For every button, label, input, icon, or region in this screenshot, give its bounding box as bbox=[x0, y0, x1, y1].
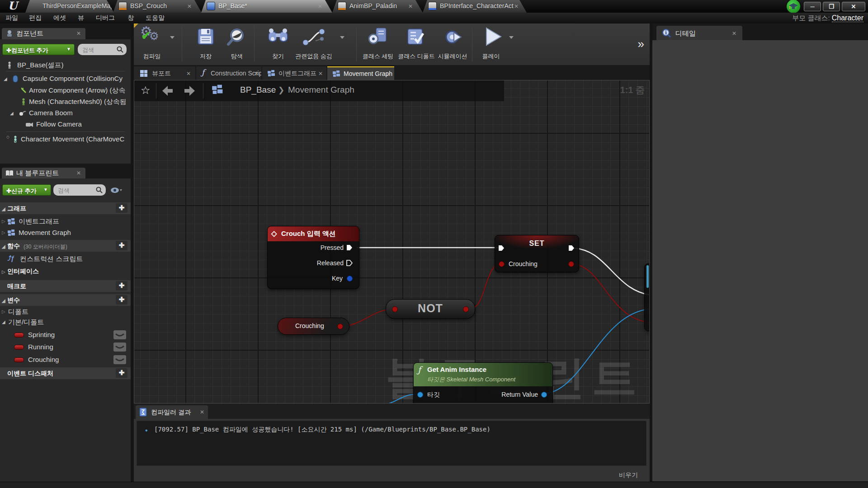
close-tab-icon[interactable]: ✕ bbox=[318, 4, 322, 9]
graph-canvas[interactable]: 블루프린트 ◇ Crouch 입력 액션 Pressed Released bbox=[134, 80, 650, 404]
component-row-capsule[interactable]: ◢ Capsule Component (CollisionCy bbox=[0, 73, 131, 84]
row-base-default-category[interactable]: ◢ 기본/디폴트 bbox=[0, 317, 131, 327]
close-tab-icon[interactable]: ✕ bbox=[186, 71, 191, 76]
tab-event-graph[interactable]: 이벤트그래프 ✕ bbox=[262, 66, 326, 80]
component-row-arrow[interactable]: Arrow Component (Arrow) (상속 bbox=[0, 85, 131, 96]
bool-pin[interactable] bbox=[499, 261, 505, 267]
close-tab-icon[interactable]: ✕ bbox=[408, 4, 413, 9]
menu-debug[interactable]: 디버그 bbox=[96, 14, 115, 22]
component-row-follow-camera[interactable]: Follow Camera bbox=[0, 119, 131, 130]
app-tab-bsp-crouch[interactable]: BSP_Crouch ✕ bbox=[113, 0, 202, 13]
compile-button[interactable]: ⚙ ⚙ ✔ bbox=[140, 26, 164, 46]
component-row-char-movement[interactable]: ◇ Character Movement (CharMoveC bbox=[0, 134, 131, 145]
clear-log-button[interactable]: 비우기 bbox=[619, 471, 638, 479]
node-clipped-edge[interactable] bbox=[644, 263, 650, 331]
panel-splitter[interactable] bbox=[131, 23, 134, 488]
row-event-graph[interactable]: ▷ 이벤트그래프 bbox=[0, 216, 131, 227]
add-function-button[interactable]: ✚ bbox=[116, 241, 127, 250]
eye-closed-icon[interactable] bbox=[113, 343, 126, 352]
tab-movement-graph[interactable]: Movement Graph ✕ bbox=[327, 66, 394, 80]
exec-pin[interactable] bbox=[346, 260, 353, 266]
tab-compiler-results[interactable]: 컴파일러 결과 ✕ bbox=[136, 405, 208, 419]
app-tab-bp-base[interactable]: BP_Base* ✕ bbox=[201, 0, 332, 13]
close-tab-icon[interactable]: ✕ bbox=[76, 31, 81, 36]
bool-pin[interactable] bbox=[392, 306, 398, 312]
back-arrow-icon[interactable] bbox=[162, 86, 174, 96]
restore-button[interactable]: ❐ bbox=[823, 2, 840, 11]
row-variable-running[interactable]: Running bbox=[0, 341, 131, 353]
section-functions[interactable]: ◢ 함수 (30 오버라이더블) ✚ bbox=[0, 240, 131, 252]
app-tab-level[interactable]: ThirdPersonExampleMap bbox=[25, 0, 114, 13]
hide-unrelated-dropdown[interactable] bbox=[340, 36, 344, 39]
node-set-crouching[interactable]: SET Crouching bbox=[495, 235, 579, 272]
app-tab-bpinterface[interactable]: BPInterface_CharacterAct ✕ bbox=[423, 0, 527, 13]
close-tab-icon[interactable]: ✕ bbox=[514, 4, 519, 9]
add-macro-button[interactable]: ✚ bbox=[116, 281, 127, 291]
tab-construction-script[interactable]: ƒ Construction Scrip ✕ bbox=[196, 66, 261, 80]
play-options-dropdown[interactable] bbox=[509, 36, 514, 39]
section-graphs[interactable]: ◢ 그래프 ✚ bbox=[0, 202, 131, 214]
section-variables[interactable]: ◢ 변수 ✚ bbox=[0, 294, 131, 306]
add-new-button[interactable]: ✚신규 추가 ▼ bbox=[2, 184, 51, 196]
myblueprint-search-input[interactable]: 검색 bbox=[53, 184, 106, 196]
add-variable-button[interactable]: ✚ bbox=[116, 295, 127, 305]
expander-icon[interactable]: ◢ bbox=[10, 111, 14, 116]
component-row-self[interactable]: BP_Base(셀프) bbox=[0, 60, 131, 71]
tab-components[interactable]: 컴포넌트 ✕ bbox=[2, 28, 85, 39]
node-get-crouching[interactable]: Crouching bbox=[278, 318, 349, 335]
parent-class-link[interactable]: Character bbox=[832, 14, 863, 22]
visibility-filter-icon[interactable] bbox=[110, 187, 122, 194]
tab-my-blueprint[interactable]: 내 블루프린트 ✕ bbox=[2, 168, 85, 178]
class-defaults-button[interactable] bbox=[405, 27, 426, 49]
close-tab-icon[interactable]: ✕ bbox=[732, 31, 736, 36]
row-movement-graph[interactable]: ▷ Movement Graph bbox=[0, 227, 131, 239]
browse-button[interactable] bbox=[227, 27, 247, 49]
tab-details[interactable]: i 디테일 ✕ bbox=[656, 26, 742, 40]
add-dispatcher-button[interactable]: ✚ bbox=[116, 368, 127, 378]
node-crouch-input-action[interactable]: ◇ Crouch 입력 액션 Pressed Released Key bbox=[267, 226, 359, 289]
row-default-category[interactable]: ▷ 디폴트 bbox=[0, 307, 131, 317]
close-tab-icon[interactable]: ✕ bbox=[386, 71, 391, 77]
close-tab-icon[interactable]: ✕ bbox=[318, 71, 323, 76]
class-settings-button[interactable] bbox=[367, 27, 388, 49]
close-tab-icon[interactable]: ✕ bbox=[187, 4, 192, 9]
section-macro[interactable]: 매크로 ✚ bbox=[0, 280, 131, 292]
close-tab-icon[interactable]: ✕ bbox=[76, 170, 81, 176]
section-interface[interactable]: ▷ 인터페이스 bbox=[0, 266, 131, 277]
component-row-camera-boom[interactable]: ◢ Camera Boom bbox=[0, 108, 131, 119]
object-pin[interactable] bbox=[417, 392, 423, 398]
exec-pin[interactable] bbox=[498, 245, 505, 251]
key-pin[interactable] bbox=[347, 276, 353, 282]
menu-view[interactable]: 뷰 bbox=[78, 14, 84, 22]
tab-viewport[interactable]: 뷰포트 ✕ bbox=[134, 66, 195, 80]
bookmark-star-icon[interactable]: ☆ bbox=[141, 84, 151, 97]
app-tab-animbp[interactable]: AnimBP_Paladin ✕ bbox=[332, 0, 423, 13]
menu-asset[interactable]: 에셋 bbox=[53, 14, 66, 22]
row-construction-script[interactable]: ⤴ƒ 컨스트럭션 스크립트 bbox=[0, 253, 131, 265]
row-variable-crouching[interactable]: Crouching bbox=[0, 354, 131, 366]
find-button[interactable] bbox=[268, 27, 288, 48]
menu-window[interactable]: 창 bbox=[127, 14, 134, 22]
forward-arrow-icon[interactable] bbox=[183, 86, 195, 96]
tutorial-icon[interactable] bbox=[786, 0, 801, 14]
save-button[interactable] bbox=[196, 27, 215, 48]
bool-pin[interactable] bbox=[337, 324, 343, 329]
components-search-input[interactable]: 검색 bbox=[78, 44, 127, 55]
expander-icon[interactable]: ◢ bbox=[4, 76, 7, 81]
breadcrumb-root[interactable]: BP_Base bbox=[240, 85, 276, 95]
bool-pin[interactable] bbox=[463, 306, 469, 312]
close-tab-icon[interactable]: ✕ bbox=[254, 71, 259, 76]
exec-pin[interactable] bbox=[568, 245, 575, 251]
menu-help[interactable]: 도움말 bbox=[146, 14, 165, 22]
play-button[interactable] bbox=[483, 26, 504, 49]
eye-closed-icon[interactable] bbox=[113, 330, 126, 339]
add-graph-button[interactable]: ✚ bbox=[116, 203, 127, 213]
section-event-dispatcher[interactable]: 이벤트 디스패처 ✚ bbox=[0, 367, 131, 379]
compile-options-dropdown[interactable] bbox=[170, 36, 175, 39]
exec-pin[interactable] bbox=[346, 244, 353, 251]
close-button[interactable]: ✕ bbox=[842, 2, 865, 11]
object-pin[interactable] bbox=[541, 392, 547, 398]
row-variable-sprinting[interactable]: Sprinting bbox=[0, 329, 131, 341]
menu-edit[interactable]: 편집 bbox=[29, 14, 42, 22]
minimize-button[interactable]: ─ bbox=[804, 2, 821, 11]
